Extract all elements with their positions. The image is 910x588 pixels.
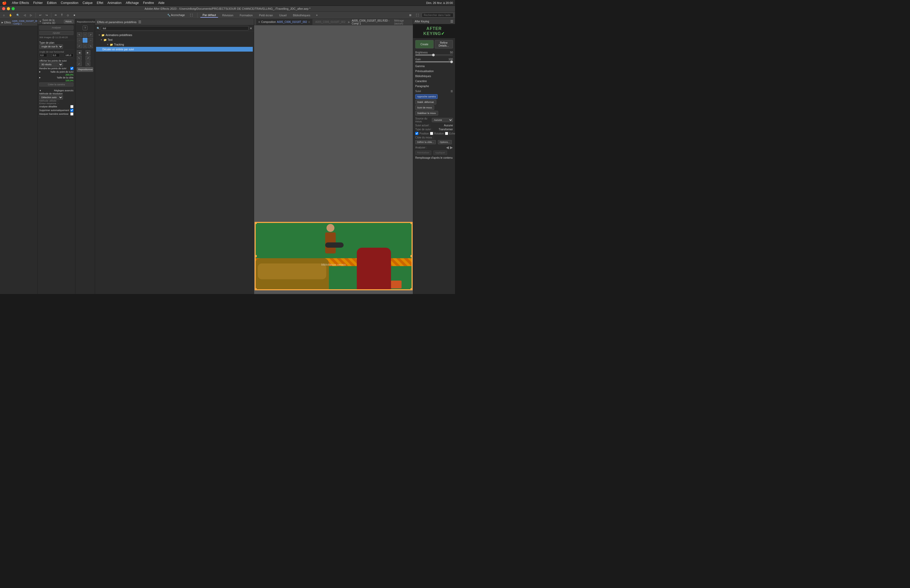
rp-arrow-left[interactable]: ◀ xyxy=(77,50,82,55)
toolbar-zoom[interactable]: 🔍 xyxy=(15,13,21,17)
rendre-checkbox[interactable] xyxy=(70,67,73,70)
handle-tr[interactable] xyxy=(411,222,412,224)
menu-aide[interactable]: Aide xyxy=(158,1,165,5)
toolbar-expand[interactable]: ⛶ xyxy=(189,13,194,17)
menu-edition[interactable]: Edition xyxy=(47,1,57,5)
toolbar-type[interactable]: T xyxy=(60,13,64,17)
menu-calque[interactable]: Calque xyxy=(83,1,93,5)
reposition-help[interactable]: ? xyxy=(83,26,87,30)
handle-ml[interactable] xyxy=(255,255,257,257)
rp-cell-bc[interactable]: ↓ xyxy=(83,44,87,48)
toolbar-undo[interactable]: ↩ xyxy=(38,13,43,17)
ak-stabil-deformat[interactable]: Stabil. déformat. xyxy=(415,100,436,105)
ak-panel-menu[interactable]: ☰ xyxy=(450,19,453,23)
menu-fenetre[interactable]: Fenêtre xyxy=(143,1,154,5)
toolbar-home[interactable]: ⌂ xyxy=(2,13,6,17)
menu-fichier[interactable]: Fichier xyxy=(33,1,43,5)
menu-affichage[interactable]: Affichage xyxy=(126,1,139,5)
ak-caractere[interactable]: Caractère xyxy=(413,79,455,84)
toolbar-panels[interactable]: ⊞ xyxy=(407,13,413,17)
ak-refine-button[interactable]: Refine Details... xyxy=(435,40,453,48)
toolbar-back[interactable]: ◁ xyxy=(22,13,27,17)
workspace-more[interactable]: » xyxy=(314,13,319,17)
ak-play-fwd[interactable]: ▶ xyxy=(450,145,453,150)
ak-previsualisation[interactable]: Prévisualisation xyxy=(413,69,455,74)
minimize-button[interactable] xyxy=(7,7,10,10)
handle-br[interactable] xyxy=(411,288,412,290)
ak-position-checkbox[interactable] xyxy=(415,132,419,135)
help-search[interactable] xyxy=(422,13,453,17)
ak-brightness-thumb[interactable] xyxy=(432,54,435,57)
toolbar-hand[interactable]: ✋ xyxy=(7,13,14,17)
close-button[interactable] xyxy=(2,7,5,10)
rp-cell-mr[interactable]: → xyxy=(88,38,93,43)
masquer-checkbox[interactable] xyxy=(70,112,73,116)
angle-val-2[interactable] xyxy=(52,53,60,57)
afficher-select[interactable]: 3D résolu xyxy=(39,62,63,66)
ak-gamma[interactable]: Gamma xyxy=(413,64,455,69)
rp-cell-tc[interactable]: ↑ xyxy=(83,32,87,37)
handle-tl[interactable] xyxy=(255,222,257,224)
workspace-bibliotheques[interactable]: Bibliothèques xyxy=(291,13,312,17)
handle-bl[interactable] xyxy=(255,288,257,290)
rp-cell-bl[interactable]: ↙ xyxy=(77,44,82,48)
rp-arrow-right[interactable]: ▶ xyxy=(86,50,91,55)
maximize-button[interactable] xyxy=(11,7,15,10)
menu-animation[interactable]: Animation xyxy=(107,1,121,5)
creer-camera-button[interactable]: Créer la caméra xyxy=(39,82,73,87)
ak-echelle-checkbox[interactable] xyxy=(445,132,448,135)
menu-composition[interactable]: Composition xyxy=(61,1,78,5)
type-plan-select[interactable]: Angle de vue fixe xyxy=(39,44,63,49)
tree-text[interactable]: ▼ 📁 Text xyxy=(96,37,253,42)
ak-rotation-checkbox[interactable] xyxy=(430,132,433,135)
workspace-revision[interactable]: Révision xyxy=(220,13,235,17)
rp-arrow-upright[interactable]: ↗ xyxy=(86,56,91,61)
rp-cell-br[interactable]: ↘ xyxy=(88,44,93,48)
angle-val-3[interactable] xyxy=(64,53,73,57)
workspace-formation[interactable]: Formation xyxy=(238,13,255,17)
ak-play-back[interactable]: ◀ xyxy=(446,145,449,150)
ak-source-select[interactable]: Aucune xyxy=(432,118,453,122)
toolbar-screen[interactable]: ⛶ xyxy=(414,13,420,17)
rp-cell-mc[interactable]: · xyxy=(83,38,87,43)
analyser-button[interactable]: Analyser xyxy=(39,26,73,30)
ak-brightness-slider[interactable] xyxy=(415,55,453,55)
snapping-toggle[interactable]: 🔧 Accrochage xyxy=(166,13,186,17)
menu-effet[interactable]: Effet xyxy=(97,1,103,5)
presets-clear[interactable]: ✕ xyxy=(250,27,252,30)
repositionner-button[interactable]: Repositionner xyxy=(77,67,93,72)
rp-cell-ml[interactable]: ← xyxy=(77,38,82,43)
ak-definir-button[interactable]: Définir la cible... xyxy=(415,140,436,144)
tree-animations[interactable]: ▼ 📁 Animations prédéfinies xyxy=(96,32,253,37)
handle-mr[interactable] xyxy=(411,255,412,257)
toolbar-forward[interactable]: ▷ xyxy=(28,13,34,17)
ak-gain-thumb[interactable] xyxy=(450,61,453,63)
ak-gain-slider[interactable] xyxy=(415,61,453,62)
menu-aftereffects[interactable]: After Effects xyxy=(12,1,29,5)
ak-suivi-mouv[interactable]: Suivi de mouv. xyxy=(415,105,434,110)
angle-val-1[interactable] xyxy=(39,53,47,57)
workspace-petitecran[interactable]: Petit écran xyxy=(257,13,275,17)
rp-arrow-downright[interactable]: ↘ xyxy=(86,61,91,66)
rp-arrow-downleft[interactable]: ↙ xyxy=(77,61,82,66)
ak-stabiliser-mouv[interactable]: Stabiliser le mouv. xyxy=(415,111,438,116)
comp-tab-current[interactable]: ⊞ Composition A005_C006_01018T_002 ⚙ xyxy=(256,19,312,25)
ak-reinitialiser-button[interactable]: Réinitialiser xyxy=(415,150,431,155)
presets-menu[interactable]: ☰ xyxy=(138,20,141,24)
ak-approche-camera[interactable]: Approche caméra xyxy=(415,94,438,99)
rp-cell-tl[interactable]: ↖ xyxy=(77,32,82,37)
tree-tracking[interactable]: ▼ 📁 Tracking xyxy=(96,42,253,47)
analyse-checkbox[interactable] xyxy=(70,105,73,108)
ak-remplissage[interactable]: Remplissage d'après le contenu xyxy=(413,155,455,160)
rp-arrow-upleft[interactable]: ↖ xyxy=(77,56,82,61)
apple-menu[interactable]: 🍎 xyxy=(2,1,6,5)
workspace-usuel[interactable]: Usuel xyxy=(277,13,289,17)
tree-decaler[interactable]: Décaler en entrée par suivi xyxy=(96,47,253,52)
rp-cell-tr[interactable]: ↗ xyxy=(88,32,93,37)
toolbar-star[interactable]: ★ xyxy=(72,13,77,17)
ak-options-button[interactable]: Options... xyxy=(438,140,452,144)
ak-paragraphe[interactable]: Paragraphe xyxy=(413,84,455,89)
presets-search-input[interactable] xyxy=(101,26,249,31)
ak-create-button[interactable]: Create xyxy=(415,40,434,48)
supprimer-checkbox[interactable] xyxy=(70,109,73,112)
